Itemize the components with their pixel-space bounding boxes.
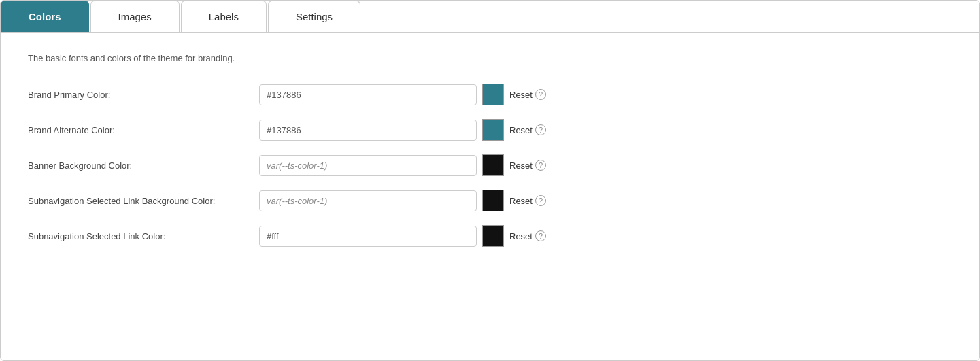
input-banner-background-color[interactable] xyxy=(259,155,477,176)
input-subnavigation-selected-link-color[interactable] xyxy=(259,226,477,247)
label-subnavigation-selected-link-bg-color: Subnavigation Selected Link Background C… xyxy=(28,196,259,206)
form-row-brand-alternate-color: Brand Alternate Color:Reset? xyxy=(28,119,952,141)
label-brand-primary-color: Brand Primary Color: xyxy=(28,90,259,100)
tab-images[interactable]: Images xyxy=(90,1,180,32)
tab-settings[interactable]: Settings xyxy=(268,1,360,32)
help-icon-subnavigation-selected-link-color[interactable]: ? xyxy=(535,230,546,241)
swatch-brand-primary-color[interactable] xyxy=(482,84,504,105)
swatch-brand-alternate-color[interactable] xyxy=(482,119,504,141)
swatch-subnavigation-selected-link-color[interactable] xyxy=(482,225,504,247)
input-brand-primary-color[interactable] xyxy=(259,84,477,105)
input-subnavigation-selected-link-bg-color[interactable] xyxy=(259,190,477,211)
help-icon-banner-background-color[interactable]: ? xyxy=(535,160,546,171)
content-area: The basic fonts and colors of the theme … xyxy=(1,33,979,281)
form-row-banner-background-color: Banner Background Color:Reset? xyxy=(28,154,952,176)
tab-labels[interactable]: Labels xyxy=(181,1,267,32)
main-container: ColorsImagesLabelsSettings The basic fon… xyxy=(0,0,980,361)
input-brand-alternate-color[interactable] xyxy=(259,120,477,141)
help-icon-brand-primary-color[interactable]: ? xyxy=(535,89,546,100)
help-icon-brand-alternate-color[interactable]: ? xyxy=(535,124,546,135)
reset-button-subnavigation-selected-link-color[interactable]: Reset xyxy=(509,231,533,241)
tab-colors[interactable]: Colors xyxy=(1,1,89,32)
reset-button-banner-background-color[interactable]: Reset xyxy=(509,160,533,171)
reset-button-subnavigation-selected-link-bg-color[interactable]: Reset xyxy=(509,196,533,206)
form-row-brand-primary-color: Brand Primary Color:Reset? xyxy=(28,84,952,105)
description-text: The basic fonts and colors of the theme … xyxy=(28,53,952,63)
tab-bar: ColorsImagesLabelsSettings xyxy=(1,1,979,33)
form-rows: Brand Primary Color:Reset?Brand Alternat… xyxy=(28,84,952,247)
swatch-subnavigation-selected-link-bg-color[interactable] xyxy=(482,190,504,211)
form-row-subnavigation-selected-link-bg-color: Subnavigation Selected Link Background C… xyxy=(28,190,952,211)
reset-button-brand-alternate-color[interactable]: Reset xyxy=(509,125,533,135)
swatch-banner-background-color[interactable] xyxy=(482,154,504,176)
label-banner-background-color: Banner Background Color: xyxy=(28,160,259,171)
label-brand-alternate-color: Brand Alternate Color: xyxy=(28,125,259,135)
label-subnavigation-selected-link-color: Subnavigation Selected Link Color: xyxy=(28,231,259,241)
form-row-subnavigation-selected-link-color: Subnavigation Selected Link Color:Reset? xyxy=(28,225,952,247)
reset-button-brand-primary-color[interactable]: Reset xyxy=(509,90,533,100)
help-icon-subnavigation-selected-link-bg-color[interactable]: ? xyxy=(535,195,546,206)
